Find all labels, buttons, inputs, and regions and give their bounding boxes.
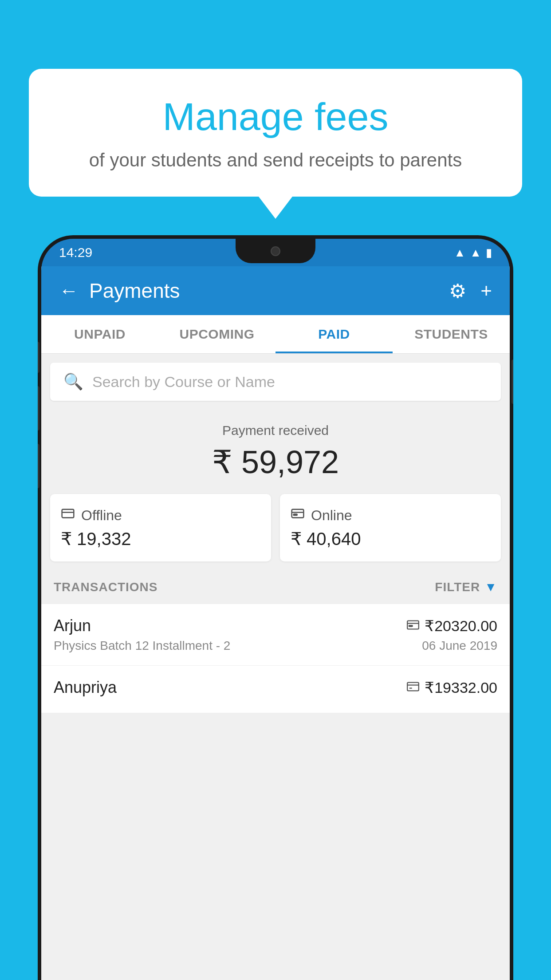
transaction-course-1: Physics Batch 12 Installment - 2 [54,639,230,653]
header-right: ⚙ + [449,280,492,302]
offline-payment-icon [407,680,419,695]
svg-rect-7 [409,625,413,626]
transaction-name-2: Anupriya [54,678,117,697]
tabs-bar: UNPAID UPCOMING PAID STUDENTS [41,315,510,354]
transactions-header: TRANSACTIONS FILTER ▼ [41,570,510,604]
signal-icon: ▲ [470,246,481,260]
transaction-row-2: Anupriya ₹19332.00 [41,666,510,713]
online-payment-icon [407,619,419,633]
speech-bubble-subtitle: of your students and send receipts to pa… [60,148,491,173]
status-time: 14:29 [59,245,92,260]
transaction-amount-1: ₹20320.00 [425,617,497,635]
svg-rect-2 [292,510,304,518]
online-label: Online [311,507,352,524]
tab-upcoming[interactable]: UPCOMING [158,315,276,353]
svg-rect-5 [407,621,419,629]
transaction-name-1: Arjun [54,616,91,635]
header-left: ← Payments [59,279,180,303]
phone-volume-up-button [38,342,39,373]
online-icon [291,506,305,524]
phone-power-button [512,360,513,404]
battery-icon: ▮ [486,246,492,260]
search-bar[interactable]: 🔍 Search by Course or Name [50,363,501,401]
tab-paid[interactable]: PAID [276,315,393,353]
phone-frame: 14:29 ▲ ▲ ▮ ← Payments ⚙ + [38,235,513,980]
speech-bubble-arrow [259,197,292,219]
transaction-row: Arjun ₹20320.00 Physics Batch 1 [41,604,510,666]
offline-amount: ₹ 19,332 [61,529,260,549]
transactions-label: TRANSACTIONS [54,580,157,594]
svg-rect-4 [294,514,297,515]
offline-label: Offline [81,507,122,524]
transaction-amount-row-2: ₹19332.00 [407,679,497,696]
transaction-top-1: Arjun ₹20320.00 [54,616,497,635]
speech-bubble: Manage fees of your students and send re… [29,69,522,197]
filter-label: FILTER [435,580,480,594]
online-payment-card: Online ₹ 40,640 [280,494,501,561]
status-icons: ▲ ▲ ▮ [454,246,492,260]
status-bar: 14:29 ▲ ▲ ▮ [41,239,510,266]
app-header: ← Payments ⚙ + [41,266,510,315]
online-card-header: Online [291,506,490,524]
svg-rect-0 [62,510,74,518]
wifi-icon: ▲ [454,246,466,260]
phone-silent-button [38,444,39,488]
transaction-top-2: Anupriya ₹19332.00 [54,678,497,697]
phone-volume-down-button [38,386,39,431]
app-screen: ← Payments ⚙ + UNPAID UPCOMING PAID STUD… [41,266,510,980]
speech-bubble-container: Manage fees of your students and send re… [29,69,522,219]
filter-icon: ▼ [484,580,497,594]
tab-students[interactable]: STUDENTS [393,315,510,353]
filter-button[interactable]: FILTER ▼ [435,580,497,594]
payment-received-label: Payment received [50,423,501,438]
front-camera [271,246,280,256]
speech-bubble-title: Manage fees [60,95,491,138]
page-title: Payments [89,279,180,303]
payment-total-amount: ₹ 59,972 [50,443,501,481]
phone-notch [236,239,315,263]
svg-rect-8 [407,683,419,691]
transaction-amount-2: ₹19332.00 [425,679,497,696]
offline-icon [61,506,75,524]
online-amount: ₹ 40,640 [291,529,490,549]
transaction-date-1: 06 June 2019 [422,639,497,653]
tab-unpaid[interactable]: UNPAID [41,315,158,353]
search-placeholder: Search by Course or Name [92,373,275,391]
payment-received-section: Payment received ₹ 59,972 [41,405,510,494]
add-icon[interactable]: + [480,280,492,302]
transaction-bottom-1: Physics Batch 12 Installment - 2 06 June… [54,639,497,653]
transaction-amount-row-1: ₹20320.00 [407,617,497,635]
phone-inner: 14:29 ▲ ▲ ▮ ← Payments ⚙ + [41,239,510,980]
offline-card-header: Offline [61,506,260,524]
payment-cards: Offline ₹ 19,332 Onli [41,494,510,570]
back-button[interactable]: ← [59,280,79,302]
settings-icon[interactable]: ⚙ [449,280,466,302]
search-icon: 🔍 [63,372,83,391]
offline-payment-card: Offline ₹ 19,332 [50,494,271,561]
